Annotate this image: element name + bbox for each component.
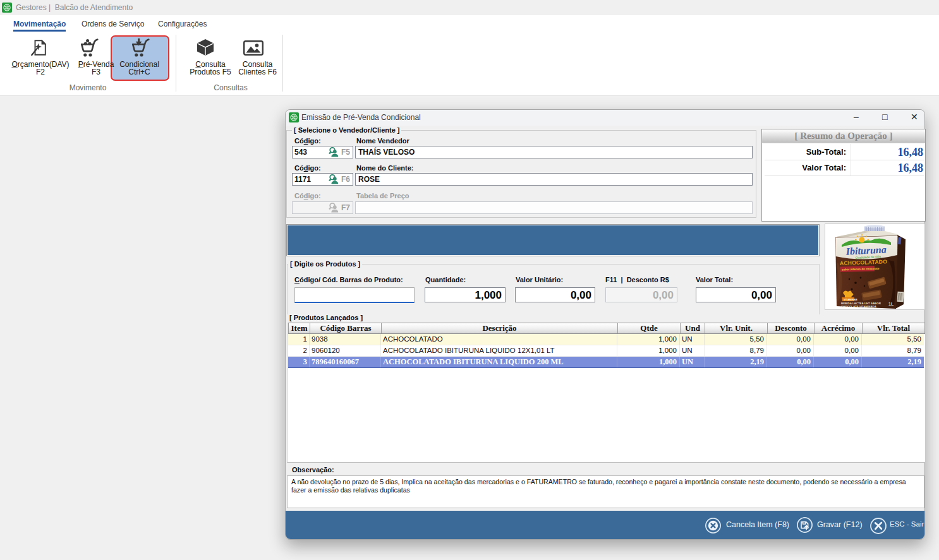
svg-text:VITAMINAS: VITAMINAS — [844, 298, 857, 301]
svg-text:1L: 1L — [888, 302, 894, 306]
svg-text:CHOCOLATE VITAMINADA: CHOCOLATE VITAMINADA — [841, 305, 877, 308]
